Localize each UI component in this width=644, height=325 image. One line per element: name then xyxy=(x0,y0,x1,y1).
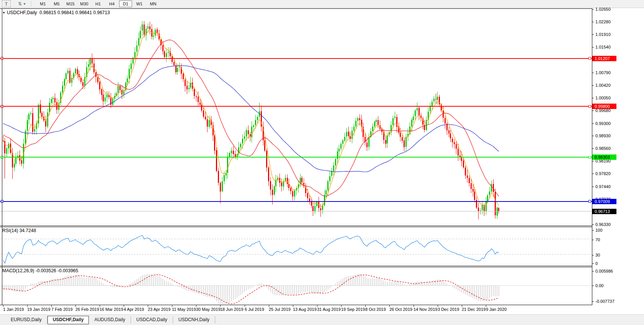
date-label: 21 Dec 2019 xyxy=(462,307,485,312)
timeframe-button-h4[interactable]: H4 xyxy=(105,0,118,7)
chart-tab-usdcnh[interactable]: USDCNH,Daily xyxy=(173,316,215,323)
rsi-tick xyxy=(592,240,594,240)
date-tick xyxy=(269,305,269,307)
chart-header: ▼USDCHF,Daily 0.96815 0.96841 0.96641 0.… xyxy=(2,10,110,15)
date-tick xyxy=(365,305,366,307)
rsi-tick xyxy=(592,255,594,255)
price-tick-label: 0.96330 xyxy=(595,222,611,227)
timeframe-button-h1[interactable]: H1 xyxy=(92,0,105,7)
price-tick xyxy=(592,73,594,73)
price-tick-label: 0.99300 xyxy=(595,121,611,126)
price-tick-label: 1.00420 xyxy=(595,83,611,88)
timeframe-button-m15[interactable]: M15 xyxy=(64,0,77,7)
price-tick-label: 0.97440 xyxy=(595,184,611,189)
macd-axis-label: 0.005986 xyxy=(595,269,613,273)
price-tick xyxy=(592,136,594,136)
date-tick xyxy=(100,305,100,307)
close-value: 0.96713 xyxy=(93,10,110,15)
chart-tab-eurusd[interactable]: EURUSD,Daily xyxy=(5,316,47,323)
date-tick xyxy=(245,305,245,307)
price-tick xyxy=(592,47,594,47)
rsi-axis-label: 0 xyxy=(595,261,598,266)
price-tick-label: 1.00790 xyxy=(595,70,611,75)
price-axis[interactable]: 1.02650 1.02280 1.01910 1.01540 1.01170 … xyxy=(592,8,644,305)
chart-tab-audusd[interactable]: AUDUSD,Daily xyxy=(89,316,131,323)
date-tick xyxy=(438,305,438,307)
symbol-title: USDCHF,Daily xyxy=(7,10,37,15)
price-tick xyxy=(592,187,594,187)
date-label: 8 Oct 2019 xyxy=(365,307,386,312)
timeframe-toolbar: M1M5M15M30H1H4D1W1MN xyxy=(36,0,160,7)
rsi-axis-label: 100 xyxy=(595,228,602,232)
price-tick-label: 1.02650 xyxy=(595,7,611,11)
price-tick xyxy=(592,34,594,35)
price-tick xyxy=(592,148,594,149)
timeframe-button-m1[interactable]: M1 xyxy=(36,0,49,7)
date-tick xyxy=(486,305,486,307)
timeframe-button-d1[interactable]: D1 xyxy=(119,0,132,7)
timeframe-button-m5[interactable]: M5 xyxy=(50,0,63,7)
date-tick xyxy=(220,305,221,307)
rsi-axis-label: 30 xyxy=(595,253,600,257)
date-label: 11 May 2019 xyxy=(172,307,196,312)
text-tool-button[interactable]: T xyxy=(2,0,11,7)
date-tick xyxy=(75,305,76,307)
date-label: 1 Jan 2019 xyxy=(3,307,24,312)
date-tick xyxy=(27,305,28,307)
date-tick xyxy=(3,305,3,307)
price-tick-label: 1.00050 xyxy=(595,96,611,100)
date-tick xyxy=(462,305,462,307)
hline-price-badge: 0.97009 xyxy=(592,199,616,204)
time-axis[interactable]: 1 Jan 2019 19 Jan 2019 7 Feb 2019 26 Feb… xyxy=(0,305,644,314)
price-tick xyxy=(592,9,594,10)
indicator-cycle-button[interactable]: ⇅ ▼ xyxy=(16,1,28,7)
date-label: 25 Jul 2019 xyxy=(269,307,291,312)
date-label: 19 Sep 2019 xyxy=(341,307,365,312)
price-tick xyxy=(592,123,594,124)
rsi-panel[interactable]: RSI(14) 34.7248 xyxy=(0,227,592,266)
macd-axis-label: 0.00 xyxy=(595,283,603,288)
date-tick xyxy=(341,305,342,307)
chart-tab-usdcad[interactable]: USDCAD,Daily xyxy=(131,316,173,323)
price-tick-label: 1.02280 xyxy=(595,20,611,24)
chart-left-border xyxy=(2,9,2,305)
macd-axis-label: -0.007737 xyxy=(595,299,615,304)
price-tick-label: 0.97820 xyxy=(595,171,611,176)
price-tick xyxy=(592,85,594,86)
dropdown-caret-icon: ▼ xyxy=(23,2,26,6)
macd-values: -0.003526 -0.003965 xyxy=(36,268,78,273)
date-tick xyxy=(124,305,124,307)
date-label: 9 Jan 2020 xyxy=(486,307,507,312)
rsi-tick xyxy=(592,230,594,231)
timeframe-button-m30[interactable]: M30 xyxy=(78,0,91,7)
sort-arrows-icon: ⇅ xyxy=(18,1,22,6)
price-tick xyxy=(592,22,594,22)
chart-tab-usdchf[interactable]: USDCHF,Daily xyxy=(47,316,89,324)
rsi-axis-label: 70 xyxy=(595,237,600,242)
price-tick xyxy=(592,224,594,225)
collapse-triangle-icon: ▼ xyxy=(2,11,5,15)
low-value: 0.96641 xyxy=(75,10,92,15)
price-chart-panel[interactable]: ▼USDCHF,Daily 0.96815 0.96841 0.96641 0.… xyxy=(0,9,592,226)
price-tick xyxy=(592,98,594,98)
date-label: 19 Jan 2019 xyxy=(27,307,51,312)
date-label: 6 Jul 2019 xyxy=(245,307,264,312)
date-tick xyxy=(51,305,52,307)
date-label: 4 Apr 2019 xyxy=(124,307,144,312)
high-value: 0.96841 xyxy=(57,10,74,15)
date-tick xyxy=(293,305,293,307)
timeframe-button-mn[interactable]: MN xyxy=(147,0,160,7)
date-label: 18 Jun 2019 xyxy=(220,307,244,312)
hline-price-badge: 0.99800 xyxy=(592,104,616,109)
hline-price-badge: 1.01207 xyxy=(592,56,616,61)
mt4-window: T ⇅ ▼ M1M5M15M30H1H4D1W1MN ▼USDCHF,Daily… xyxy=(0,0,644,325)
rsi-value: 34.7248 xyxy=(20,228,36,233)
date-label: 26 Oct 2019 xyxy=(389,307,412,312)
timeframe-button-w1[interactable]: W1 xyxy=(133,0,146,7)
date-tick xyxy=(414,305,414,307)
date-label: 30 May 2019 xyxy=(196,307,221,312)
date-tick xyxy=(148,305,148,307)
macd-label: MACD(12,26,9) -0.003526 -0.003965 xyxy=(2,268,78,273)
macd-panel[interactable]: MACD(12,26,9) -0.003526 -0.003965 xyxy=(0,267,592,305)
date-label: 13 Aug 2019 xyxy=(293,307,317,312)
